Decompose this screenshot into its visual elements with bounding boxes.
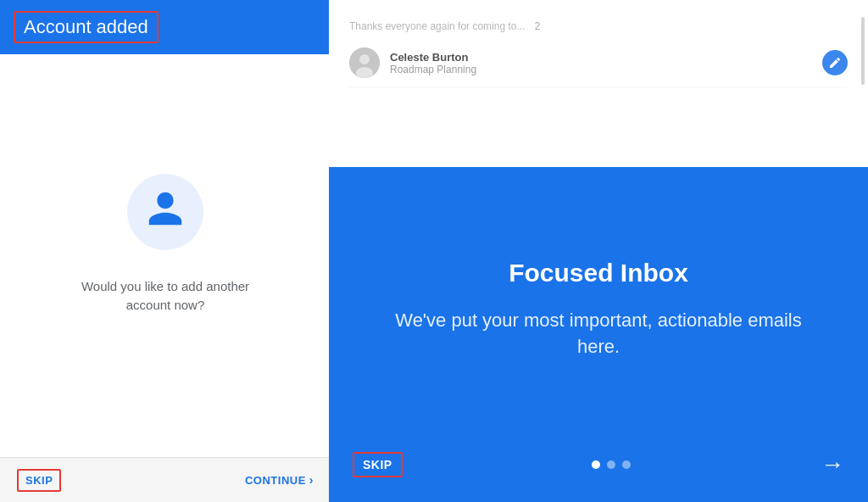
email-info: Celeste Burton Roadmap Planning — [390, 51, 822, 75]
pagination-dots — [592, 460, 631, 469]
svg-point-1 — [359, 54, 370, 64]
dot-1 — [592, 460, 600, 469]
card-bottom-row: SKIP → — [329, 451, 868, 478]
focused-inbox-description: We've put your most important, actionabl… — [380, 308, 817, 360]
sender-subject: Roadmap Planning — [390, 64, 822, 75]
dot-2 — [607, 460, 615, 469]
add-account-text: Would you like to add another account no… — [81, 277, 249, 315]
next-arrow-icon[interactable]: → — [821, 451, 844, 478]
skip-button-left[interactable]: SKIP — [17, 469, 61, 492]
header-title: Account added — [24, 16, 148, 37]
scroll-bar — [861, 17, 865, 85]
blue-card: Focused Inbox We've put your most import… — [329, 167, 868, 502]
left-bottom-bar: SKIP CONTINUE › — [0, 457, 331, 502]
continue-button[interactable]: CONTINUE › — [245, 473, 314, 487]
header-banner: Account added — [0, 0, 331, 54]
sender-avatar — [349, 47, 380, 78]
left-panel: Account added Would you like to add anot… — [0, 0, 331, 502]
focused-inbox-title: Focused Inbox — [509, 259, 688, 287]
person-icon — [145, 188, 186, 235]
email-snippet-row: Thanks everyone again for coming to... 2 — [349, 14, 848, 39]
email-item[interactable]: Celeste Burton Roadmap Planning — [349, 39, 848, 87]
right-panel: Thanks everyone again for coming to... 2… — [329, 0, 868, 502]
continue-arrow-icon: › — [309, 473, 314, 487]
avatar-circle — [127, 174, 203, 250]
email-preview: Thanks everyone again for coming to... 2… — [329, 0, 868, 170]
skip-button-blue[interactable]: SKIP — [353, 452, 403, 477]
email-badge-icon — [822, 50, 848, 75]
dot-3 — [622, 460, 631, 469]
left-main-content: Would you like to add another account no… — [0, 54, 331, 502]
header-title-box: Account added — [14, 11, 159, 43]
sender-name: Celeste Burton — [390, 51, 822, 64]
